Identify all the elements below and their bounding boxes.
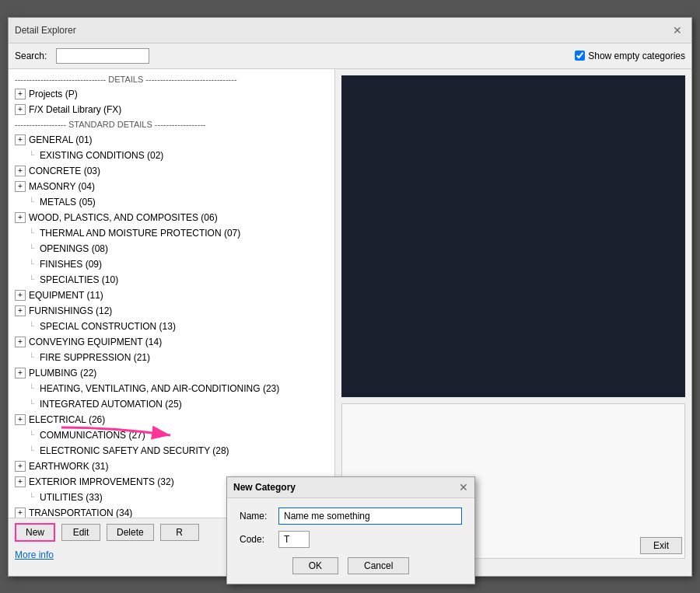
dialog-close-button[interactable]: ✕ xyxy=(459,481,468,494)
dialog-name-label: Name: xyxy=(240,511,278,521)
dialog-title-bar: New Category ✕ xyxy=(227,477,474,498)
pink-arrow-indicator xyxy=(54,412,178,445)
dialog-body: Name: Code: OK Cancel xyxy=(227,498,474,584)
dialog-name-input[interactable] xyxy=(278,508,462,525)
dialog-title: New Category xyxy=(233,482,296,493)
dialog-code-input[interactable] xyxy=(278,531,310,548)
new-category-dialog: New Category ✕ Name: Code: OK Cancel xyxy=(226,476,475,584)
dialog-name-row: Name: xyxy=(240,508,462,525)
dialog-overlay: New Category ✕ Name: Code: OK Cancel xyxy=(9,18,691,576)
main-window: Detail Explorer ✕ Search: Show empty cat… xyxy=(8,17,692,577)
dialog-code-label: Code: xyxy=(240,534,278,545)
dialog-cancel-button[interactable]: Cancel xyxy=(348,557,409,574)
dialog-ok-button[interactable]: OK xyxy=(292,557,338,574)
dialog-buttons: OK Cancel xyxy=(240,557,462,574)
dialog-code-row: Code: xyxy=(240,531,462,548)
